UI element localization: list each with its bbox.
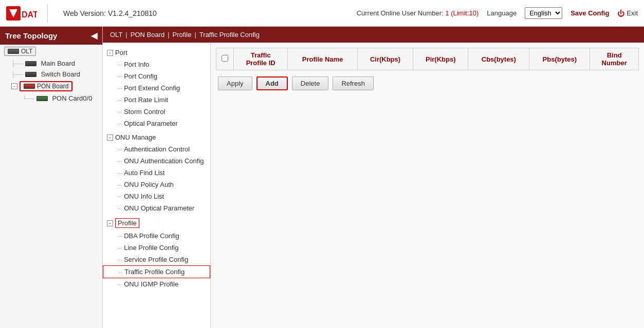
pon-board-collapse[interactable]: -: [11, 83, 17, 89]
sidebar: Tree Topology ◀ OLT ├── Main Board ├── S…: [0, 27, 103, 328]
nav-item-onu-info-list[interactable]: ··· ONU Info List: [103, 190, 210, 202]
nav-item-onu-policy-auth[interactable]: ··· ONU Policy Auth: [103, 179, 210, 190]
nav-auto-find-list-label: Auto Find List: [124, 169, 165, 177]
sidebar-item-olt[interactable]: OLT: [0, 45, 102, 58]
nav-item-onu-optical-parameter[interactable]: ··· ONU Optical Parameter: [103, 202, 210, 214]
nav-port-extend-config-label: Port Extend Config: [124, 84, 180, 92]
nav-onu-auth-config-label: ONU Authentication Config: [124, 157, 204, 165]
table-col-pbs: Pbs(bytes): [529, 48, 590, 70]
svg-rect-2: [11, 12, 15, 14]
tree-line-pon-card: └──: [23, 95, 34, 102]
sidebar-title: Tree Topology: [5, 31, 57, 40]
pon-card-icon: [36, 96, 48, 101]
traffic-profile-table: TrafficProfile ID Profile Name Cir(Kbps)…: [216, 48, 639, 70]
nav-dba-profile-config-label: DBA Profile Config: [124, 232, 179, 240]
nav-port-label: Port: [115, 49, 127, 56]
nav-item-line-profile-config[interactable]: ··· Line Profile Config: [103, 242, 210, 254]
content-area: OLT | PON Board | Profile | Traffic Prof…: [103, 27, 644, 328]
refresh-button[interactable]: Refresh: [333, 76, 374, 90]
pon-card-label: PON Card0/0: [52, 94, 92, 102]
nav-item-storm-control[interactable]: ··· Storm Control: [103, 106, 210, 118]
nav-item-port-config[interactable]: ··· Port Config: [103, 70, 210, 82]
add-button[interactable]: Add: [256, 76, 288, 90]
version-label: Web Version: V1.2.4_210810: [58, 9, 357, 17]
nav-port-config-label: Port Config: [124, 72, 157, 80]
sidebar-item-main-board[interactable]: ├── Main Board: [0, 58, 102, 69]
nav-item-onu-auth-config[interactable]: ··· ONU Authentication Config: [103, 155, 210, 167]
onu-manage-collapse[interactable]: -: [107, 134, 113, 141]
pon-board-icon: [24, 84, 35, 89]
breadcrumb-sep2: |: [168, 31, 169, 38]
nav-item-port-rate-limit[interactable]: ··· Port Rate Limit: [103, 94, 210, 106]
nav-optical-parameter-label: Optical Parameter: [124, 120, 178, 127]
nav-item-onu-igmp-profile[interactable]: ··· ONU IGMP Profile: [103, 278, 210, 290]
nav-section-port[interactable]: - Port: [103, 47, 210, 59]
online-users-count: 1 (Limit:10): [445, 9, 479, 17]
breadcrumb-profile: Profile: [173, 31, 192, 38]
nav-item-service-profile-config[interactable]: ··· Service Profile Config: [103, 254, 210, 265]
port-collapse[interactable]: -: [107, 50, 113, 56]
main-board-icon: [25, 61, 36, 66]
switch-board-label: Switch Board: [41, 70, 80, 78]
profile-collapse[interactable]: -: [107, 220, 113, 226]
nav-onu-manage-label: ONU Manage: [115, 133, 156, 141]
logo-area: DATA: [6, 4, 48, 23]
power-icon: ⏻: [617, 9, 624, 17]
nav-item-optical-parameter[interactable]: ··· Optical Parameter: [103, 118, 210, 129]
delete-button[interactable]: Delete: [292, 76, 329, 90]
nav-item-traffic-profile-config[interactable]: ··· Traffic Profile Config: [103, 265, 210, 278]
breadcrumb-pon-board: PON Board: [131, 31, 164, 38]
table-col-cir: Cir(Kbps): [357, 48, 413, 70]
table-col-checkbox: [216, 48, 234, 70]
sidebar-collapse-arrow[interactable]: ◀: [91, 31, 97, 41]
nav-storm-control-label: Storm Control: [124, 108, 165, 115]
main-board-label: Main Board: [41, 60, 75, 67]
switch-board-icon: [25, 72, 36, 77]
language-select[interactable]: English: [525, 7, 562, 19]
nav-onu-optical-parameter-label: ONU Optical Parameter: [124, 204, 194, 212]
svg-text:DATA: DATA: [22, 10, 37, 19]
apply-button[interactable]: Apply: [218, 76, 252, 90]
main-layout: Tree Topology ◀ OLT ├── Main Board ├── S…: [0, 27, 644, 328]
table-col-traffic-profile-id: TrafficProfile ID: [234, 48, 288, 70]
breadcrumb-sep3: |: [194, 31, 196, 38]
header-right: Current Online User Number: 1 (Limit:10)…: [357, 7, 638, 19]
exit-link[interactable]: ⏻ Exit: [617, 9, 638, 17]
sidebar-item-pon-card[interactable]: └── PON Card0/0: [0, 93, 102, 104]
nav-auth-control-label: Authentication Control: [124, 145, 190, 153]
nav-item-dba-profile-config[interactable]: ··· DBA Profile Config: [103, 230, 210, 242]
button-row: Apply Add Delete Refresh: [216, 76, 639, 90]
nav-item-port-extend-config[interactable]: ··· Port Extend Config: [103, 82, 210, 94]
content-split: - Port ··· Port Info ··· Port Config ···…: [103, 43, 644, 328]
left-nav: - Port ··· Port Info ··· Port Config ···…: [103, 43, 211, 328]
nav-onu-info-list-label: ONU Info List: [124, 192, 164, 200]
nav-section-onu-manage[interactable]: - ONU Manage: [103, 131, 210, 143]
nav-item-auth-control[interactable]: ··· Authentication Control: [103, 143, 210, 155]
online-users-label: Current Online User Number: 1 (Limit:10): [357, 9, 479, 17]
nav-item-auto-find-list[interactable]: ··· Auto Find List: [103, 167, 210, 179]
nav-section-profile[interactable]: - Profile: [103, 216, 210, 230]
right-panel: TrafficProfile ID Profile Name Cir(Kbps)…: [211, 43, 644, 328]
save-config-link[interactable]: Save Config: [571, 9, 609, 17]
breadcrumb-olt: OLT: [110, 31, 122, 38]
sidebar-item-switch-board[interactable]: ├── Switch Board: [0, 69, 102, 80]
select-all-checkbox[interactable]: [222, 55, 228, 62]
nav-item-port-info[interactable]: ··· Port Info: [103, 59, 210, 70]
breadcrumb-traffic-profile-config: Traffic Profile Config: [199, 31, 260, 38]
table-col-pir: Pir(Kbps): [413, 48, 468, 70]
breadcrumb: OLT | PON Board | Profile | Traffic Prof…: [103, 27, 644, 43]
breadcrumb-sep1: |: [125, 31, 127, 38]
header: DATA Web Version: V1.2.4_210810 Current …: [0, 0, 644, 27]
tree-line-main-board: ├──: [11, 61, 23, 67]
olt-icon: [8, 49, 19, 54]
tree-line-switch-board: ├──: [11, 71, 23, 78]
sidebar-header: Tree Topology ◀: [0, 27, 102, 45]
language-label: Language: [487, 9, 517, 17]
nav-port-info-label: Port Info: [124, 61, 149, 68]
logo-icon: DATA: [6, 4, 37, 23]
nav-onu-igmp-profile-label: ONU IGMP Profile: [124, 280, 178, 288]
nav-service-profile-config-label: Service Profile Config: [124, 256, 188, 263]
sidebar-item-pon-board[interactable]: - PON Board: [0, 80, 102, 93]
pon-board-label: PON Board: [20, 81, 72, 91]
nav-traffic-profile-config-label: Traffic Profile Config: [124, 268, 185, 276]
